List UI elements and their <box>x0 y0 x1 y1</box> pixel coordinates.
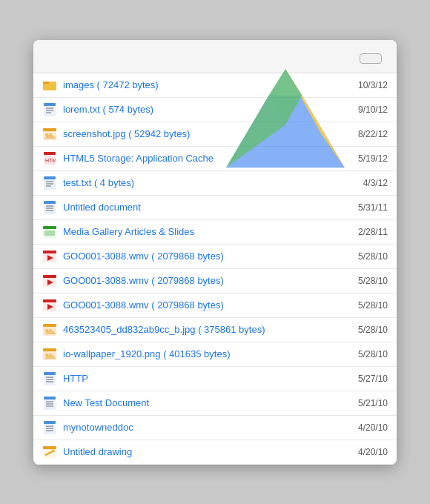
html-icon: HTML <box>42 151 57 166</box>
file-name[interactable]: Media Gallery Articles & Slides <box>63 226 351 237</box>
file-date: 5/27/10 <box>358 374 388 384</box>
list-item: test.txt ( 4 bytes)4/3/12 <box>33 171 397 196</box>
img-icon <box>42 322 57 337</box>
txt-icon <box>42 102 57 117</box>
file-name[interactable]: GOO001-3088.wmv ( 2079868 bytes) <box>63 299 351 311</box>
list-item: HTTP5/27/10 <box>33 367 397 391</box>
file-list: images ( 72472 bytes)10/3/12lorem.txt ( … <box>33 73 397 465</box>
wmv-icon <box>42 298 57 313</box>
file-name[interactable]: 463523405_dd832ab9cc_b.jpg ( 375861 byte… <box>63 324 351 335</box>
svg-rect-64 <box>43 446 56 449</box>
file-date: 8/22/12 <box>358 129 388 139</box>
img-icon <box>42 347 57 362</box>
doc-icon <box>42 200 57 215</box>
file-date: 2/28/11 <box>358 227 388 237</box>
file-name[interactable]: lorem.txt ( 574 bytes) <box>63 104 351 115</box>
file-name[interactable]: GOO001-3088.wmv ( 2079868 bytes) <box>63 275 351 286</box>
app-window: images ( 72472 bytes)10/3/12lorem.txt ( … <box>33 40 397 465</box>
file-name[interactable]: GOO001-3088.wmv ( 2079868 bytes) <box>63 251 351 262</box>
svg-rect-30 <box>44 231 55 236</box>
file-date: 5/19/12 <box>358 153 388 164</box>
file-name[interactable]: Untitled document <box>63 202 351 213</box>
drawing-icon <box>42 445 57 460</box>
list-item: screenshot.jpg ( 52942 bytes)8/22/12 <box>33 122 397 147</box>
file-date: 5/21/10 <box>358 398 388 408</box>
svg-text:HTML: HTML <box>45 158 56 163</box>
list-item: GOO001-3088.wmv ( 2079868 bytes)5/28/10 <box>33 245 397 269</box>
file-name[interactable]: HTTP <box>63 373 351 384</box>
list-item: mynotowneddoc4/20/10 <box>33 416 397 440</box>
list-item: GOO001-3088.wmv ( 2079868 bytes)5/28/10 <box>33 269 397 294</box>
wmv-icon <box>42 249 57 264</box>
list-item: 463523405_dd832ab9cc_b.jpg ( 375861 byte… <box>33 318 397 342</box>
header <box>33 40 397 73</box>
list-item: GOO001-3088.wmv ( 2079868 bytes)5/28/10 <box>33 294 397 318</box>
svg-rect-7 <box>44 103 56 106</box>
doc-icon <box>42 396 57 411</box>
list-item: lorem.txt ( 574 bytes)9/10/12 <box>33 98 397 122</box>
svg-rect-35 <box>43 275 56 278</box>
svg-rect-24 <box>44 201 56 204</box>
file-date: 5/28/10 <box>358 251 388 262</box>
file-date: 5/28/10 <box>358 300 388 311</box>
img-icon <box>42 127 57 142</box>
file-date: 5/28/10 <box>358 276 388 286</box>
list-item: Untitled drawing4/20/10 <box>33 440 397 465</box>
svg-rect-12 <box>43 128 56 131</box>
list-item: HTMLHTML5 Storage: Application Cache5/19… <box>33 147 397 171</box>
file-name[interactable]: New Test Document <box>63 397 351 408</box>
refresh-button[interactable] <box>360 53 382 64</box>
svg-rect-41 <box>43 324 56 327</box>
list-item: Media Gallery Articles & Slides2/28/11 <box>33 220 397 245</box>
svg-rect-49 <box>44 372 56 375</box>
file-name[interactable]: HTML5 Storage: Application Cache <box>63 153 351 164</box>
svg-rect-59 <box>44 421 56 424</box>
svg-rect-38 <box>43 299 56 302</box>
svg-rect-54 <box>44 397 56 399</box>
list-item: images ( 72472 bytes)10/3/12 <box>33 73 397 98</box>
file-date: 5/28/10 <box>358 349 388 359</box>
txt-icon <box>42 176 57 190</box>
file-name[interactable]: test.txt ( 4 bytes) <box>63 177 356 188</box>
doc-icon <box>42 371 57 386</box>
list-item: Untitled document5/31/11 <box>33 196 397 220</box>
wmv-icon <box>42 273 57 288</box>
list-item: New Test Document5/21/10 <box>33 391 397 416</box>
svg-rect-19 <box>44 176 56 179</box>
svg-rect-45 <box>43 348 56 351</box>
svg-rect-16 <box>44 152 56 155</box>
file-name[interactable]: screenshot.jpg ( 52942 bytes) <box>63 128 351 139</box>
folder-icon <box>42 78 57 93</box>
file-date: 10/3/12 <box>358 80 388 90</box>
file-date: 4/20/10 <box>358 422 388 433</box>
file-date: 5/31/11 <box>358 202 388 213</box>
file-date: 5/28/10 <box>358 325 388 335</box>
file-name[interactable]: io-wallpaper_1920.png ( 401635 bytes) <box>63 348 351 359</box>
svg-rect-29 <box>43 226 56 229</box>
svg-rect-5 <box>43 82 49 84</box>
file-date: 9/10/12 <box>358 105 388 115</box>
svg-point-66 <box>52 449 55 452</box>
file-name[interactable]: images ( 72472 bytes) <box>63 79 351 90</box>
svg-rect-32 <box>43 251 56 253</box>
file-name[interactable]: Untitled drawing <box>63 446 351 457</box>
slides-icon <box>42 225 57 239</box>
list-item: io-wallpaper_1920.png ( 401635 bytes)5/2… <box>33 342 397 367</box>
doc-icon <box>42 420 57 435</box>
file-date: 4/20/10 <box>358 447 388 457</box>
file-date: 4/3/12 <box>363 178 388 188</box>
file-name[interactable]: mynotowneddoc <box>63 422 351 433</box>
